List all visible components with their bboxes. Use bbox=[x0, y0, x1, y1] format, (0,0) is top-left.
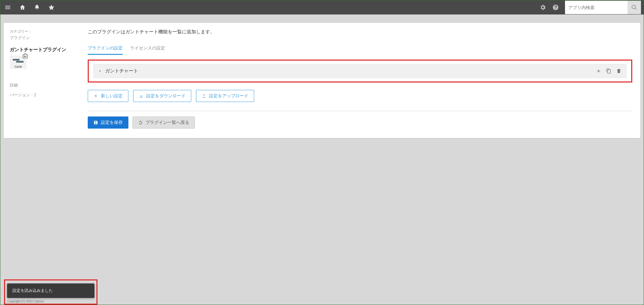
upload-setting-label: 設定をアップロード bbox=[209, 93, 248, 99]
header-left bbox=[3, 4, 55, 11]
upload-setting-button[interactable]: 設定をアップロード bbox=[196, 90, 254, 102]
header-right bbox=[539, 1, 641, 14]
detail-label: 詳細 bbox=[10, 82, 74, 88]
setting-row[interactable]: ガントチャート bbox=[93, 64, 627, 78]
setting-row-highlight: ガントチャート bbox=[88, 60, 632, 82]
gantt-bars-icon bbox=[13, 58, 24, 64]
footer-actions: 設定を保存 プラグイン一覧へ戻る bbox=[88, 116, 632, 129]
panel: カテゴリー： プラグイン ガントチャートプラグイン kv Gantt 詳細 バー… bbox=[4, 23, 640, 138]
top-header bbox=[0, 0, 644, 14]
home-icon[interactable] bbox=[19, 4, 26, 11]
setting-row-actions bbox=[596, 68, 621, 74]
help-icon[interactable] bbox=[552, 4, 559, 11]
copyright-text: Copyright (C) 2022 Cybozu bbox=[7, 298, 94, 304]
new-setting-button[interactable]: 新しい設定 bbox=[88, 90, 128, 102]
bell-icon[interactable] bbox=[34, 4, 40, 11]
setting-row-title: ガントチャート bbox=[105, 68, 138, 74]
plugin-title: ガントチャートプラグイン bbox=[10, 47, 74, 53]
menu-icon[interactable] bbox=[4, 4, 11, 11]
download-setting-button[interactable]: 設定をダウンロード bbox=[133, 90, 191, 102]
chevron-right-icon bbox=[98, 69, 102, 73]
tab-plugin-settings[interactable]: プラグインの設定 bbox=[88, 45, 123, 55]
toast-message: 設定を読み込みました bbox=[7, 283, 94, 298]
sidebar: カテゴリー： プラグイン ガントチャートプラグイン kv Gantt 詳細 バー… bbox=[4, 23, 80, 138]
content: このプラグインはガントチャート機能を一覧に追加します。 プラグインの設定 ライセ… bbox=[80, 23, 640, 138]
toast-highlight: 設定を読み込みました Copyright (C) 2022 Cybozu bbox=[4, 279, 97, 305]
download-setting-label: 設定をダウンロード bbox=[146, 93, 186, 99]
version-label: バージョン：2 bbox=[10, 92, 74, 98]
category-value: プラグイン bbox=[10, 35, 74, 41]
save-button[interactable]: 設定を保存 bbox=[88, 116, 128, 129]
delete-icon[interactable] bbox=[616, 68, 621, 74]
search-input[interactable] bbox=[565, 1, 628, 14]
search-group bbox=[565, 1, 641, 14]
action-buttons: 新しい設定 設定をダウンロード 設定をアップロード bbox=[88, 90, 632, 102]
plugin-description: このプラグインはガントチャート機能を一覧に追加します。 bbox=[88, 29, 632, 35]
add-icon[interactable] bbox=[596, 68, 601, 74]
back-button[interactable]: プラグイン一覧へ戻る bbox=[132, 116, 195, 129]
category-label: カテゴリー： bbox=[10, 29, 74, 34]
copy-icon[interactable] bbox=[606, 68, 611, 74]
plugin-icon: kv Gantt bbox=[10, 56, 27, 69]
new-setting-label: 新しい設定 bbox=[101, 93, 123, 99]
back-label: プラグイン一覧へ戻る bbox=[146, 120, 189, 126]
plugin-icon-label: Gantt bbox=[14, 65, 22, 68]
kv-badge-icon: kv bbox=[23, 55, 28, 58]
star-icon[interactable] bbox=[48, 4, 55, 11]
tab-license-settings[interactable]: ライセンスの設定 bbox=[130, 45, 165, 55]
tabs: プラグインの設定 ライセンスの設定 bbox=[88, 45, 632, 55]
save-label: 設定を保存 bbox=[101, 120, 123, 126]
gear-icon[interactable] bbox=[539, 4, 546, 11]
divider bbox=[88, 111, 632, 111]
search-button[interactable] bbox=[628, 1, 641, 14]
main-area: カテゴリー： プラグイン ガントチャートプラグイン kv Gantt 詳細 バー… bbox=[0, 14, 644, 138]
